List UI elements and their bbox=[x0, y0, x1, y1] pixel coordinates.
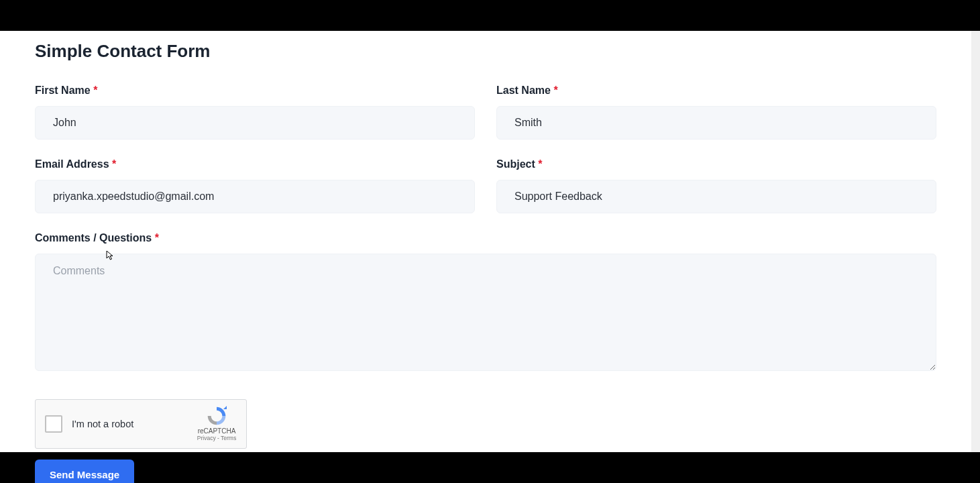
last-name-input[interactable] bbox=[496, 106, 936, 140]
page-container: Simple Contact Form First Name * Last Na… bbox=[0, 31, 971, 452]
comments-textarea[interactable] bbox=[35, 254, 936, 371]
recaptcha-widget: I'm not a robot reCAPTCHA Privacy - Term… bbox=[35, 399, 247, 449]
subject-label: Subject * bbox=[496, 158, 936, 170]
required-marker: * bbox=[112, 158, 116, 170]
recaptcha-brand-text: reCAPTCHA bbox=[198, 427, 236, 435]
email-field: Email Address * bbox=[35, 158, 475, 213]
required-marker: * bbox=[93, 85, 97, 96]
first-name-label-text: First Name bbox=[35, 85, 91, 96]
email-label: Email Address * bbox=[35, 158, 475, 170]
last-name-label-text: Last Name bbox=[496, 85, 551, 96]
first-name-label: First Name * bbox=[35, 85, 475, 97]
first-name-field: First Name * bbox=[35, 85, 475, 140]
required-marker: * bbox=[553, 85, 557, 96]
comments-label: Comments / Questions * bbox=[35, 232, 936, 244]
svg-marker-0 bbox=[223, 406, 227, 409]
comments-label-text: Comments / Questions bbox=[35, 232, 152, 244]
required-marker: * bbox=[155, 232, 159, 244]
vertical-scrollbar[interactable] bbox=[971, 31, 980, 452]
last-name-field: Last Name * bbox=[496, 85, 936, 140]
recaptcha-checkbox[interactable] bbox=[45, 415, 62, 433]
comments-field: Comments / Questions * bbox=[35, 232, 936, 371]
recaptcha-links[interactable]: Privacy - Terms bbox=[197, 435, 236, 441]
recaptcha-icon bbox=[207, 406, 227, 426]
last-name-label: Last Name * bbox=[496, 85, 936, 97]
required-marker: * bbox=[538, 158, 542, 170]
email-input[interactable] bbox=[35, 180, 475, 213]
contact-form: First Name * Last Name * Email Address *… bbox=[35, 85, 936, 483]
first-name-input[interactable] bbox=[35, 106, 475, 140]
send-message-button[interactable]: Send Message bbox=[35, 460, 134, 483]
subject-field: Subject * bbox=[496, 158, 936, 213]
recaptcha-label: I'm not a robot bbox=[72, 419, 197, 429]
subject-input[interactable] bbox=[496, 180, 936, 213]
email-label-text: Email Address bbox=[35, 158, 109, 170]
form-footer: I'm not a robot reCAPTCHA Privacy - Term… bbox=[35, 390, 936, 483]
recaptcha-brand: reCAPTCHA Privacy - Terms bbox=[197, 406, 237, 441]
subject-label-text: Subject bbox=[496, 158, 535, 170]
page-title: Simple Contact Form bbox=[35, 41, 936, 62]
